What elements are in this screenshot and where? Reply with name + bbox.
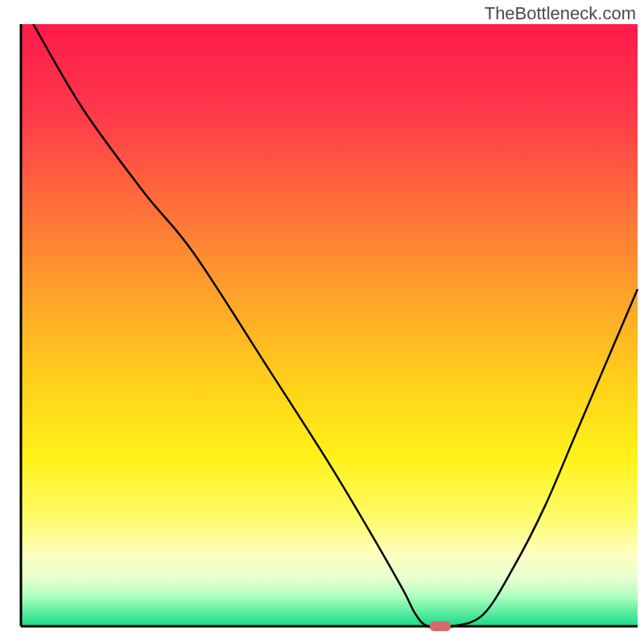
optimal-marker	[430, 621, 451, 631]
chart-container: TheBottleneck.com	[0, 0, 644, 644]
bottleneck-chart	[0, 0, 644, 644]
plot-background	[21, 24, 638, 626]
watermark-text: TheBottleneck.com	[485, 3, 636, 24]
